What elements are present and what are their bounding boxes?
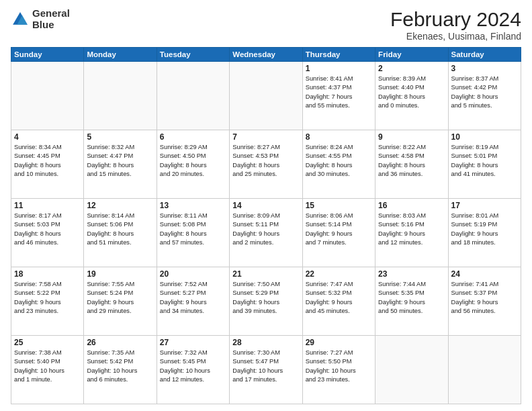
logo: General Blue <box>11 8 70 30</box>
calendar-week-row: 25Sunrise: 7:38 AMSunset: 5:40 PMDayligh… <box>11 336 521 404</box>
day-number: 13 <box>160 201 226 210</box>
day-info: Sunrise: 8:22 AMSunset: 4:58 PMDaylight:… <box>378 143 445 179</box>
day-number: 3 <box>451 64 518 73</box>
day-info: Sunrise: 8:19 AMSunset: 5:01 PMDaylight:… <box>451 143 518 179</box>
day-number: 29 <box>306 338 372 347</box>
calendar-cell <box>84 62 157 130</box>
calendar-cell: 23Sunrise: 7:44 AMSunset: 5:35 PMDayligh… <box>375 267 448 336</box>
day-number: 20 <box>160 269 226 279</box>
day-of-week-row: SundayMondayTuesdayWednesdayThursdayFrid… <box>11 48 521 62</box>
calendar-cell: 3Sunrise: 8:37 AMSunset: 4:42 PMDaylight… <box>448 62 521 130</box>
calendar-cell: 27Sunrise: 7:32 AMSunset: 5:45 PMDayligh… <box>157 336 229 404</box>
calendar-cell <box>448 336 521 404</box>
dow-header: Sunday <box>11 48 84 62</box>
calendar-cell: 26Sunrise: 7:35 AMSunset: 5:42 PMDayligh… <box>84 336 157 404</box>
calendar-cell: 11Sunrise: 8:17 AMSunset: 5:03 PMDayligh… <box>11 199 84 267</box>
header: General Blue February 2024 Ekenaes, Uusi… <box>11 8 521 42</box>
calendar-table: SundayMondayTuesdayWednesdayThursdayFrid… <box>11 47 521 404</box>
day-number: 17 <box>451 201 518 210</box>
day-number: 25 <box>14 338 81 347</box>
day-info: Sunrise: 7:52 AMSunset: 5:27 PMDaylight:… <box>160 280 226 316</box>
calendar-cell: 6Sunrise: 8:29 AMSunset: 4:50 PMDaylight… <box>157 130 229 199</box>
calendar-cell <box>230 62 302 130</box>
day-number: 5 <box>87 132 153 142</box>
day-number: 24 <box>451 269 518 279</box>
day-info: Sunrise: 7:47 AMSunset: 5:32 PMDaylight:… <box>306 280 372 316</box>
calendar-cell: 15Sunrise: 8:06 AMSunset: 5:14 PMDayligh… <box>302 199 375 267</box>
calendar-cell: 22Sunrise: 7:47 AMSunset: 5:32 PMDayligh… <box>302 267 375 336</box>
day-number: 4 <box>14 132 81 142</box>
day-info: Sunrise: 7:41 AMSunset: 5:37 PMDaylight:… <box>451 280 518 316</box>
calendar-cell <box>157 62 229 130</box>
day-number: 14 <box>232 201 299 210</box>
day-number: 18 <box>14 269 81 279</box>
calendar-cell <box>375 336 448 404</box>
calendar-cell: 21Sunrise: 7:50 AMSunset: 5:29 PMDayligh… <box>230 267 302 336</box>
day-number: 19 <box>87 269 153 279</box>
day-info: Sunrise: 8:41 AMSunset: 4:37 PMDaylight:… <box>306 75 372 111</box>
calendar-week-row: 11Sunrise: 8:17 AMSunset: 5:03 PMDayligh… <box>11 199 521 267</box>
dow-header: Wednesday <box>230 48 302 62</box>
day-number: 21 <box>232 269 299 279</box>
day-number: 6 <box>160 132 226 142</box>
calendar-cell: 5Sunrise: 8:32 AMSunset: 4:47 PMDaylight… <box>84 130 157 199</box>
calendar-cell: 13Sunrise: 8:11 AMSunset: 5:08 PMDayligh… <box>157 199 229 267</box>
calendar-cell: 29Sunrise: 7:27 AMSunset: 5:50 PMDayligh… <box>302 336 375 404</box>
day-number: 9 <box>378 132 445 142</box>
calendar-cell: 20Sunrise: 7:52 AMSunset: 5:27 PMDayligh… <box>157 267 229 336</box>
day-number: 27 <box>160 338 226 347</box>
day-number: 1 <box>306 64 372 73</box>
calendar-cell: 2Sunrise: 8:39 AMSunset: 4:40 PMDaylight… <box>375 62 448 130</box>
day-number: 11 <box>14 201 81 210</box>
logo-icon <box>11 10 30 29</box>
dow-header: Tuesday <box>157 48 229 62</box>
day-number: 8 <box>306 132 372 142</box>
calendar-cell: 10Sunrise: 8:19 AMSunset: 5:01 PMDayligh… <box>448 130 521 199</box>
calendar-cell: 24Sunrise: 7:41 AMSunset: 5:37 PMDayligh… <box>448 267 521 336</box>
calendar-body: 1Sunrise: 8:41 AMSunset: 4:37 PMDaylight… <box>11 62 521 404</box>
day-info: Sunrise: 8:14 AMSunset: 5:06 PMDaylight:… <box>87 212 153 248</box>
page: General Blue February 2024 Ekenaes, Uusi… <box>0 0 532 411</box>
calendar-cell: 16Sunrise: 8:03 AMSunset: 5:16 PMDayligh… <box>375 199 448 267</box>
calendar-cell: 1Sunrise: 8:41 AMSunset: 4:37 PMDaylight… <box>302 62 375 130</box>
day-info: Sunrise: 7:30 AMSunset: 5:47 PMDaylight:… <box>232 349 299 385</box>
dow-header: Saturday <box>448 48 521 62</box>
calendar-cell: 28Sunrise: 7:30 AMSunset: 5:47 PMDayligh… <box>230 336 302 404</box>
day-info: Sunrise: 8:06 AMSunset: 5:14 PMDaylight:… <box>306 212 372 248</box>
calendar-cell: 25Sunrise: 7:38 AMSunset: 5:40 PMDayligh… <box>11 336 84 404</box>
calendar-cell <box>11 62 84 130</box>
day-info: Sunrise: 8:03 AMSunset: 5:16 PMDaylight:… <box>378 212 445 248</box>
day-info: Sunrise: 8:34 AMSunset: 4:45 PMDaylight:… <box>14 143 81 179</box>
day-info: Sunrise: 8:29 AMSunset: 4:50 PMDaylight:… <box>160 143 226 179</box>
day-info: Sunrise: 8:01 AMSunset: 5:19 PMDaylight:… <box>451 212 518 248</box>
dow-header: Monday <box>84 48 157 62</box>
calendar-cell: 19Sunrise: 7:55 AMSunset: 5:24 PMDayligh… <box>84 267 157 336</box>
calendar-cell: 14Sunrise: 8:09 AMSunset: 5:11 PMDayligh… <box>230 199 302 267</box>
dow-header: Friday <box>375 48 448 62</box>
logo-text: General Blue <box>32 8 70 30</box>
day-number: 10 <box>451 132 518 142</box>
calendar-cell: 8Sunrise: 8:24 AMSunset: 4:55 PMDaylight… <box>302 130 375 199</box>
day-info: Sunrise: 7:58 AMSunset: 5:22 PMDaylight:… <box>14 280 81 316</box>
day-number: 12 <box>87 201 153 210</box>
day-info: Sunrise: 7:27 AMSunset: 5:50 PMDaylight:… <box>306 349 372 385</box>
month-title: February 2024 <box>390 8 521 31</box>
calendar-cell: 7Sunrise: 8:27 AMSunset: 4:53 PMDaylight… <box>230 130 302 199</box>
calendar-cell: 12Sunrise: 8:14 AMSunset: 5:06 PMDayligh… <box>84 199 157 267</box>
calendar-week-row: 1Sunrise: 8:41 AMSunset: 4:37 PMDaylight… <box>11 62 521 130</box>
day-number: 22 <box>306 269 372 279</box>
calendar-week-row: 4Sunrise: 8:34 AMSunset: 4:45 PMDaylight… <box>11 130 521 199</box>
day-info: Sunrise: 8:37 AMSunset: 4:42 PMDaylight:… <box>451 75 518 111</box>
calendar-week-row: 18Sunrise: 7:58 AMSunset: 5:22 PMDayligh… <box>11 267 521 336</box>
day-info: Sunrise: 8:09 AMSunset: 5:11 PMDaylight:… <box>232 212 299 248</box>
day-info: Sunrise: 7:38 AMSunset: 5:40 PMDaylight:… <box>14 349 81 385</box>
day-info: Sunrise: 8:17 AMSunset: 5:03 PMDaylight:… <box>14 212 81 248</box>
day-info: Sunrise: 7:50 AMSunset: 5:29 PMDaylight:… <box>232 280 299 316</box>
calendar-cell: 18Sunrise: 7:58 AMSunset: 5:22 PMDayligh… <box>11 267 84 336</box>
day-number: 26 <box>87 338 153 347</box>
calendar-cell: 17Sunrise: 8:01 AMSunset: 5:19 PMDayligh… <box>448 199 521 267</box>
calendar-cell: 4Sunrise: 8:34 AMSunset: 4:45 PMDaylight… <box>11 130 84 199</box>
day-info: Sunrise: 7:44 AMSunset: 5:35 PMDaylight:… <box>378 280 445 316</box>
day-info: Sunrise: 7:32 AMSunset: 5:45 PMDaylight:… <box>160 349 226 385</box>
day-number: 2 <box>378 64 445 73</box>
